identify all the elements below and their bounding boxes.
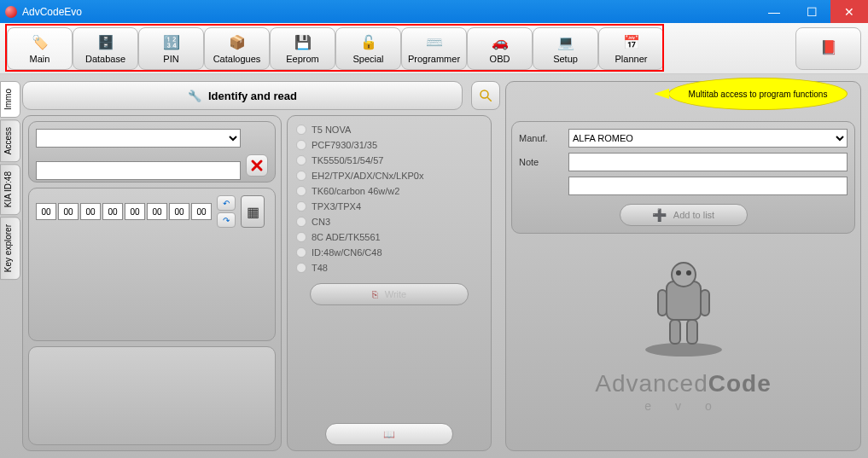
main-toolbar: 🏷️Main🗄️Database🔢PIN📦Catalogues💾Eeprom🔓S…: [0, 23, 868, 74]
radio-input-2[interactable]: [296, 155, 306, 165]
close-button[interactable]: ✕: [830, 0, 868, 23]
pin-icon: 🔢: [162, 33, 181, 52]
note-input-2[interactable]: [568, 177, 848, 195]
maximize-button[interactable]: ☐: [793, 0, 830, 23]
transponder-radio-list: T5 NOVAPCF7930/31/35TK5550/51/54/57EH2/T…: [293, 121, 486, 276]
special-icon: 🔓: [359, 33, 378, 52]
hex-byte-3[interactable]: [102, 203, 123, 220]
radio-7[interactable]: 8C ADE/TK5561: [296, 232, 482, 242]
side-tab-kia[interactable]: KIA ID:48: [0, 164, 20, 215]
radio-4[interactable]: TK60/carbon 46w/w2: [296, 186, 482, 196]
tab-setup[interactable]: 💻Setup: [533, 27, 598, 70]
hex-byte-0[interactable]: [36, 203, 56, 220]
svg-rect-10: [687, 320, 697, 344]
tab-special[interactable]: 🔓Special: [335, 27, 401, 70]
svg-point-0: [481, 90, 488, 98]
selector-panel: [28, 121, 276, 183]
tab-programmer[interactable]: ⌨️Programmer: [401, 27, 467, 70]
hex-byte-1[interactable]: [58, 203, 79, 220]
hex-byte-2[interactable]: [80, 203, 101, 220]
chip-button[interactable]: ▦: [241, 195, 265, 228]
radio-input-7[interactable]: [296, 232, 306, 242]
log-panel: [28, 346, 276, 445]
side-tabs: ImmoAccessKIA ID:48Key explorer: [0, 81, 20, 282]
catalogues-icon: 📦: [228, 33, 247, 52]
side-tab-immo[interactable]: Immo: [0, 81, 20, 118]
tab-eeprom[interactable]: 💾Eeprom: [270, 27, 335, 70]
obd-icon: 🚗: [491, 33, 510, 52]
manuf-label: Manuf.: [519, 133, 562, 143]
tab-main[interactable]: 🏷️Main: [7, 27, 73, 70]
manuf-combo[interactable]: ALFA ROMEO: [568, 129, 848, 148]
radio-input-8[interactable]: [296, 247, 306, 258]
identify-read-button[interactable]: 🔧 Identify and read: [22, 81, 463, 110]
hex-byte-5[interactable]: [147, 203, 167, 220]
setup-icon: 💻: [556, 33, 575, 52]
radio-input-5[interactable]: [296, 201, 306, 212]
database-icon: 🗄️: [96, 33, 115, 52]
undo-button[interactable]: ↶: [217, 195, 236, 211]
redo-button[interactable]: ↷: [217, 212, 236, 228]
hex-byte-4[interactable]: [125, 203, 145, 220]
radio-input-4[interactable]: [296, 186, 306, 196]
svg-point-5: [676, 270, 681, 275]
window-title: AdvCodeEvo: [22, 6, 82, 18]
note-input-1[interactable]: [568, 153, 848, 171]
tab-planner[interactable]: 📅Planner: [598, 27, 664, 70]
side-tab-access[interactable]: Access: [0, 119, 20, 162]
callout-tooltip: Multitab access to program functions: [668, 78, 848, 110]
left-column: ↶ ↷ ▦: [22, 115, 282, 451]
radio-6[interactable]: CN3: [296, 217, 482, 227]
window-titlebar: AdvCodeEvo — ☐ ✕: [0, 0, 868, 23]
search-button[interactable]: [471, 81, 500, 110]
magnifier-icon: [478, 88, 493, 103]
main-icon: 🏷️: [31, 33, 50, 52]
radio-3[interactable]: EH2/TPX/ADX/CNx/LKP0x: [296, 171, 482, 181]
open-book-icon: 📖: [383, 429, 395, 440]
minimize-button[interactable]: —: [755, 0, 793, 23]
svg-rect-7: [658, 290, 667, 316]
brand-text: AdvancedCode: [511, 370, 855, 397]
svg-point-6: [686, 270, 691, 275]
brand-subtext: e v o: [511, 399, 855, 413]
radio-2[interactable]: TK5550/51/54/57: [296, 155, 482, 165]
hex-byte-6[interactable]: [169, 203, 189, 220]
help-button[interactable]: 📕: [795, 27, 861, 70]
add-label: Add to list: [673, 210, 714, 220]
callout-text: Multitab access to program functions: [689, 90, 828, 99]
radio-8[interactable]: ID:48w/CN6/C48: [296, 247, 482, 258]
plus-icon: ➕: [652, 208, 667, 222]
robot-icon: [632, 256, 735, 358]
radio-input-9[interactable]: [296, 263, 306, 273]
side-tab-keyexp[interactable]: Key explorer: [0, 217, 20, 280]
add-to-list-button[interactable]: ➕ Add to list: [620, 204, 748, 226]
write-icon: ⎘: [372, 289, 378, 299]
tab-catalogues[interactable]: 📦Catalogues: [204, 27, 270, 70]
eeprom-icon: 💾: [294, 33, 312, 52]
vehicle-text[interactable]: [36, 161, 241, 180]
radio-input-1[interactable]: [296, 140, 306, 150]
radio-input-0[interactable]: [296, 125, 306, 135]
write-button[interactable]: ⎘ Write: [310, 283, 469, 305]
note-panel: Manuf. ALFA ROMEO Note ➕ Add to li: [511, 121, 855, 234]
svg-line-1: [487, 97, 492, 101]
right-column: Manuf. ALFA ROMEO Note ➕ Add to li: [505, 81, 861, 451]
vehicle-combo[interactable]: [36, 129, 241, 148]
radio-1[interactable]: PCF7930/31/35: [296, 140, 482, 150]
hex-byte-7[interactable]: [191, 203, 212, 220]
tab-obd[interactable]: 🚗OBD: [467, 27, 533, 70]
note-label: Note: [519, 157, 562, 167]
radio-5[interactable]: TPX3/TPX4: [296, 201, 482, 212]
radio-input-6[interactable]: [296, 217, 306, 227]
wand-icon: 🔧: [188, 90, 201, 102]
radio-0[interactable]: T5 NOVA: [296, 125, 482, 135]
svg-rect-9: [670, 320, 680, 344]
radio-9[interactable]: T48: [296, 263, 482, 273]
tab-pin[interactable]: 🔢PIN: [138, 27, 204, 70]
app-icon: [5, 6, 17, 18]
radio-input-3[interactable]: [296, 171, 306, 181]
delete-button[interactable]: [246, 154, 268, 177]
programmer-icon: ⌨️: [425, 33, 444, 52]
manual-button[interactable]: 📖: [325, 423, 453, 445]
tab-database[interactable]: 🗄️Database: [73, 27, 138, 70]
